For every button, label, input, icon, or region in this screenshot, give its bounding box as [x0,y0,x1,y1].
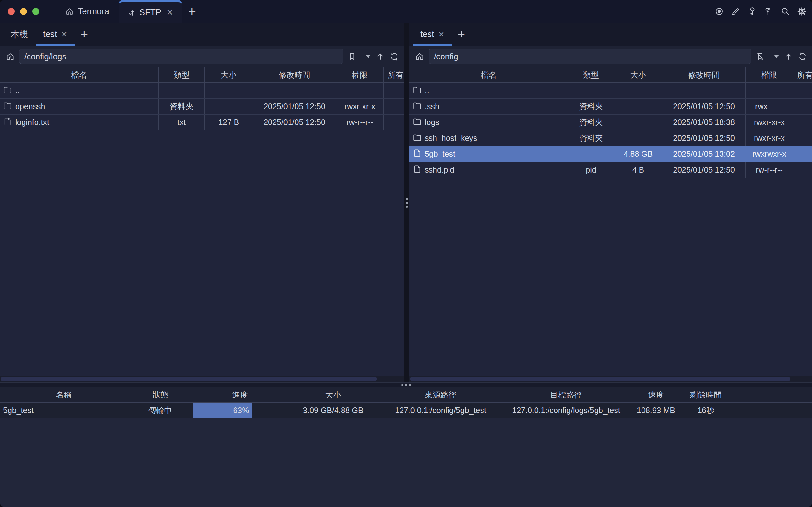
column-header[interactable]: 所有者 [384,67,404,82]
file-owner [384,83,404,98]
file-owner [793,146,812,162]
table-row[interactable]: openssh 資料夾 2025/01/05 12:50 rwxr-xr-x [0,99,404,115]
close-tab-icon[interactable]: ✕ [438,30,445,39]
tab-termora[interactable]: Termora [56,0,118,23]
close-tab-icon[interactable]: ✕ [166,8,173,17]
file-size [205,83,253,98]
transfers-empty-area [0,418,812,507]
column-header[interactable]: 類型 [159,67,205,82]
new-pane-tab-button[interactable]: + [452,23,471,46]
minimize-window-button[interactable] [20,8,27,15]
file-owner [793,162,812,178]
key-icon[interactable] [747,6,757,16]
pane-tab-test[interactable]: test ✕ [36,23,75,46]
file-name: .. [425,86,429,95]
titlebar: Termora SFTP ✕ + [0,0,812,23]
path-input[interactable] [429,49,751,64]
bookmark-dropdown-icon[interactable] [774,55,779,58]
transfers-header: 名稱狀態進度大小來源路徑目標路徑速度剩餘時間 [0,387,812,403]
column-header[interactable]: 修改時間 [662,67,746,82]
right-pane: test ✕ + [410,23,812,382]
tab-sftp[interactable]: SFTP ✕ [119,0,182,23]
file-type: pid [568,162,614,178]
horizontal-scrollbar[interactable] [410,376,812,382]
file-table-body: .. openssh 資料夾 2025/01/05 12:50 rwxr-xr-… [0,83,404,130]
file-table-empty-area [0,130,404,376]
transfer-column-header[interactable]: 剩餘時間 [682,387,730,402]
column-header[interactable]: 大小 [614,67,662,82]
table-row[interactable]: ssh_host_keys 資料夾 2025/01/05 12:50 rwxr-… [410,130,812,146]
new-pane-tab-button[interactable]: + [75,23,93,46]
pane-tab-local[interactable]: 本機 [3,23,36,46]
settings-icon[interactable] [797,6,807,16]
folder-icon [413,133,422,142]
transfer-column-header[interactable]: 名稱 [0,387,128,402]
column-header[interactable]: 權限 [336,67,384,82]
file-name: logs [425,118,439,127]
bookmark-dropdown-icon[interactable] [366,55,371,58]
scrollbar-thumb[interactable] [410,377,791,381]
up-directory-icon[interactable] [783,51,794,62]
horizontal-splitter[interactable] [0,382,812,387]
file-type [568,83,614,98]
transfer-column-header[interactable]: 目標路徑 [502,387,631,402]
transfer-size: 3.09 GB/4.88 GB [287,403,379,418]
table-row[interactable]: loginfo.txt txt 127 B 2025/01/05 12:50 r… [0,115,404,130]
refresh-icon[interactable] [389,51,399,62]
column-header[interactable]: 類型 [568,67,614,82]
file-mtime: 2025/01/05 13:02 [662,146,746,162]
column-header[interactable]: 修改時間 [253,67,336,82]
table-row[interactable]: 5gb_test 4.88 GB 2025/01/05 13:02 rwxrwx… [410,146,812,162]
scrollbar-thumb[interactable] [1,377,377,381]
bookmark-icon[interactable] [347,51,357,62]
transfer-column-header[interactable]: 來源路徑 [379,387,502,402]
home-icon[interactable] [415,51,425,62]
column-header[interactable]: 權限 [746,67,793,82]
transfer-column-header[interactable]: 速度 [631,387,682,402]
file-size [614,130,662,146]
refresh-icon[interactable] [797,51,808,62]
column-header[interactable]: 檔名 [0,67,159,82]
file-mtime: 2025/01/05 12:50 [253,115,336,130]
up-directory-icon[interactable] [375,51,385,62]
new-tab-button[interactable]: + [182,0,202,23]
transfer-column-header[interactable]: 進度 [193,387,287,402]
edit-icon[interactable] [731,6,741,16]
table-row[interactable]: .ssh 資料夾 2025/01/05 12:50 rwx------ [410,99,812,115]
column-header[interactable]: 檔名 [410,67,568,82]
file-name: sshd.pid [425,165,454,174]
file-size: 4.88 GB [614,146,662,162]
bookmark-slash-icon[interactable] [755,51,765,62]
table-row[interactable]: logs 資料夾 2025/01/05 18:38 rwxr-xr-x [410,115,812,130]
transfer-source: 127.0.0.1:/config/5gb_test [379,403,502,418]
transfer-column-header[interactable]: 狀態 [128,387,193,402]
vertical-splitter[interactable] [404,23,410,382]
titlebar-actions [714,0,812,23]
record-icon[interactable] [714,6,724,16]
transfer-row[interactable]: 5gb_test傳輸中63%3.09 GB/4.88 GB127.0.0.1:/… [0,403,812,418]
close-tab-icon[interactable]: ✕ [61,30,68,39]
file-size: 127 B [205,115,253,130]
column-header[interactable]: 大小 [205,67,253,82]
file-name: ssh_host_keys [425,133,477,143]
file-type [159,83,205,98]
file-type: txt [159,115,205,130]
zoom-window-button[interactable] [33,8,39,15]
table-row[interactable]: sshd.pid pid 4 B 2025/01/05 12:50 rw-r--… [410,162,812,178]
path-input[interactable] [19,49,343,64]
horizontal-scrollbar[interactable] [0,376,404,382]
file-name: .. [15,86,20,95]
table-row[interactable]: .. [0,83,404,99]
file-table-body: .. .ssh 資料夾 2025/01/05 12:50 rwx------ l… [410,83,812,178]
column-header[interactable]: 所有者 [793,67,812,82]
file-type: 資料夾 [568,99,614,114]
home-icon[interactable] [5,51,15,62]
table-row[interactable]: .. [410,83,812,99]
close-window-button[interactable] [8,8,15,15]
search-icon[interactable] [780,6,791,16]
pane-tab-test[interactable]: test ✕ [413,23,452,46]
file-permissions: rw-r--r-- [746,162,793,178]
file-mtime [662,83,746,98]
keychain-icon[interactable] [764,6,774,16]
transfer-column-header[interactable]: 大小 [287,387,379,402]
